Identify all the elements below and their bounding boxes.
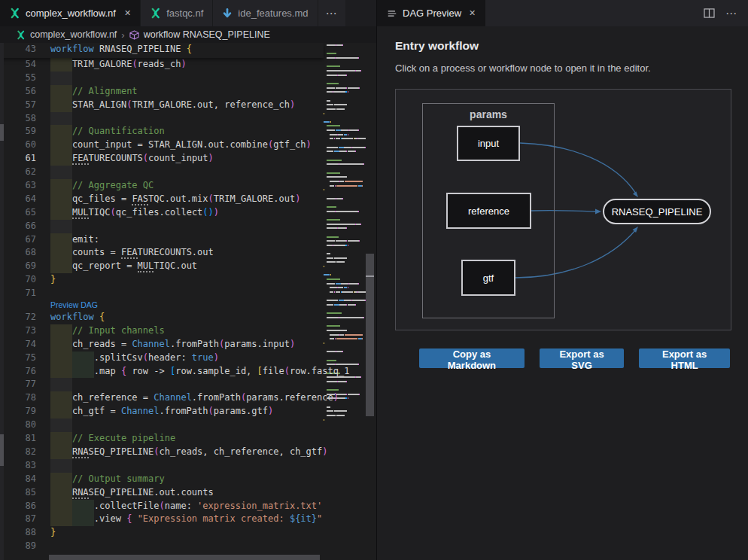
line-number[interactable]: 79 xyxy=(0,405,36,418)
line-number[interactable]: 67 xyxy=(0,233,36,247)
code-line[interactable]: 62 xyxy=(0,166,324,179)
more-tabs-button[interactable]: ⋯ xyxy=(318,0,345,26)
code-line[interactable]: 77 xyxy=(0,378,324,391)
breadcrumb[interactable]: complex_workflow.nf › workflow RNASEQ_PI… xyxy=(0,26,376,43)
line-number[interactable]: 55 xyxy=(0,72,36,85)
line-number[interactable]: 89 xyxy=(0,540,36,553)
breadcrumb-file[interactable]: complex_workflow.nf xyxy=(30,29,117,40)
code-line[interactable]: 73 // Input channels xyxy=(0,324,324,338)
line-number[interactable]: 56 xyxy=(0,85,36,99)
line-number[interactable]: 57 xyxy=(0,99,36,112)
vertical-scrollbar[interactable] xyxy=(366,43,374,560)
more-actions-icon[interactable]: ⋯ xyxy=(725,7,737,20)
line-number[interactable]: 80 xyxy=(0,418,36,432)
line-number[interactable]: 86 xyxy=(0,500,36,513)
scrollbar-thumb[interactable] xyxy=(49,555,320,560)
line-number[interactable]: 60 xyxy=(0,138,36,152)
code-line[interactable]: 79 ch_gtf = Channel.fromPath(params.gtf) xyxy=(0,405,324,418)
line-number[interactable]: 66 xyxy=(0,220,36,233)
code-line[interactable]: 61 FEATURECOUNTS(count_input) xyxy=(0,152,324,166)
line-number[interactable]: 43 xyxy=(0,43,36,56)
line-number[interactable]: 83 xyxy=(0,459,36,473)
code-line[interactable]: 78 ch_reference = Channel.fromPath(param… xyxy=(0,391,324,405)
export-as-html-button[interactable]: Export as HTML xyxy=(639,348,730,368)
line-number[interactable]: 61 xyxy=(0,152,36,166)
line-number[interactable]: 73 xyxy=(0,324,36,338)
tab-dag-preview[interactable]: DAG Preview ✕ xyxy=(377,0,485,26)
code-line[interactable]: 88} xyxy=(0,526,324,540)
line-number[interactable]: 63 xyxy=(0,179,36,193)
horizontal-scrollbar[interactable] xyxy=(0,554,324,560)
line-number[interactable]: 58 xyxy=(0,112,36,126)
code-line[interactable]: 72workflow { xyxy=(0,311,324,324)
dag-node-input[interactable]: input xyxy=(457,126,520,161)
export-as-svg-button[interactable]: Export as SVG xyxy=(540,348,624,368)
line-number[interactable]: 65 xyxy=(0,206,36,220)
line-number[interactable]: 75 xyxy=(0,352,36,365)
code-line[interactable]: 55 xyxy=(0,72,324,85)
code-line[interactable]: 58 xyxy=(0,112,324,126)
dag-node-rnaseq-pipeline[interactable]: RNASEQ_PIPELINE xyxy=(603,199,711,224)
code-line[interactable]: 71 xyxy=(0,287,324,300)
code-editor[interactable]: 43workflow RNASEQ_PIPELINE { 54 TRIM_GAL… xyxy=(0,43,376,560)
code-line[interactable]: 85 RNASEQ_PIPELINE.out.counts xyxy=(0,486,324,500)
line-number[interactable]: 54 xyxy=(0,58,36,72)
code-line[interactable]: 80 xyxy=(0,418,324,432)
code-line[interactable]: 81 // Execute pipeline xyxy=(0,432,324,446)
tab-ide-features[interactable]: ide_features.md xyxy=(213,0,318,26)
tab-fastqc[interactable]: fastqc.nf xyxy=(141,0,213,26)
code-line[interactable]: 67 emit: xyxy=(0,233,324,247)
code-line[interactable]: 76 .map { row -> [row.sample_id, [file(r… xyxy=(0,365,324,379)
code-line[interactable]: 74 ch_reads = Channel.fromPath(params.in… xyxy=(0,338,324,352)
line-number[interactable]: 85 xyxy=(0,486,36,500)
code-line[interactable]: 89 xyxy=(0,540,324,553)
code-line[interactable]: 54 TRIM_GALORE(reads_ch) xyxy=(0,58,324,72)
tab-complex-workflow[interactable]: complex_workflow.nf ✕ xyxy=(0,0,141,26)
scrollbar-thumb[interactable] xyxy=(366,254,374,416)
line-number[interactable]: 72 xyxy=(0,311,36,324)
code-line[interactable]: 63 // Aggregate QC xyxy=(0,179,324,193)
line-number[interactable]: 62 xyxy=(0,166,36,179)
split-editor-icon[interactable] xyxy=(704,8,715,18)
code-line[interactable]: 69 qc_report = MULTIQC.out xyxy=(0,260,324,273)
close-panel-icon[interactable]: ✕ xyxy=(469,8,476,18)
dag-node-reference[interactable]: reference xyxy=(446,193,531,229)
line-number[interactable]: 69 xyxy=(0,260,36,273)
code-line[interactable]: 84 // Output summary xyxy=(0,473,324,486)
code-line[interactable]: 86 .collectFile(name: 'expression_matrix… xyxy=(0,500,324,513)
line-number[interactable]: 78 xyxy=(0,391,36,405)
line-number[interactable]: 84 xyxy=(0,473,36,486)
code-line[interactable]: 65 MULTIQC(qc_files.collect()) xyxy=(0,206,324,220)
code-line[interactable]: 70} xyxy=(0,273,324,287)
code-line[interactable]: 56 // Alignment xyxy=(0,85,324,99)
dag-node-gtf[interactable]: gtf xyxy=(461,260,515,296)
code-line[interactable]: 57 STAR_ALIGN(TRIM_GALORE.out, reference… xyxy=(0,99,324,112)
breadcrumb-symbol[interactable]: workflow RNASEQ_PIPELINE xyxy=(144,29,270,40)
sticky-scroll-line[interactable]: 43workflow RNASEQ_PIPELINE { xyxy=(0,43,324,58)
code-line[interactable]: 83 xyxy=(0,459,324,473)
line-number[interactable]: 64 xyxy=(0,193,36,206)
line-number[interactable]: 76 xyxy=(0,365,36,379)
line-number[interactable]: 71 xyxy=(0,287,36,300)
line-number[interactable]: 74 xyxy=(0,338,36,352)
line-number[interactable]: 88 xyxy=(0,526,36,540)
line-number[interactable]: 77 xyxy=(0,378,36,391)
line-number[interactable]: 82 xyxy=(0,446,36,459)
line-number[interactable]: 68 xyxy=(0,246,36,260)
line-number[interactable]: 59 xyxy=(0,125,36,138)
line-number[interactable]: 70 xyxy=(0,273,36,287)
code-line[interactable]: 60 count_input = STAR_ALIGN.out.combine(… xyxy=(0,138,324,152)
code-line[interactable]: 75 .splitCsv(header: true) xyxy=(0,352,324,365)
code-line[interactable]: 82 RNASEQ_PIPELINE(ch_reads, ch_referenc… xyxy=(0,446,324,459)
close-tab-icon[interactable]: ✕ xyxy=(124,8,131,18)
code-line[interactable]: 66 xyxy=(0,220,324,233)
copy-as-markdown-button[interactable]: Copy as Markdown xyxy=(419,348,525,368)
code-line[interactable]: 87 .view { "Expression matrix created: $… xyxy=(0,513,324,526)
code-line[interactable]: 68 counts = FEATURECOUNTS.out xyxy=(0,246,324,260)
codelens-preview-dag[interactable]: Preview DAG xyxy=(0,300,324,311)
code-line[interactable]: 64 qc_files = FASTQC.out.mix(TRIM_GALORE… xyxy=(0,193,324,206)
line-number[interactable]: 81 xyxy=(0,432,36,446)
code-line[interactable]: 43workflow RNASEQ_PIPELINE { xyxy=(0,43,324,56)
code-line[interactable]: 59 // Quantification xyxy=(0,125,324,138)
line-number[interactable]: 87 xyxy=(0,513,36,526)
